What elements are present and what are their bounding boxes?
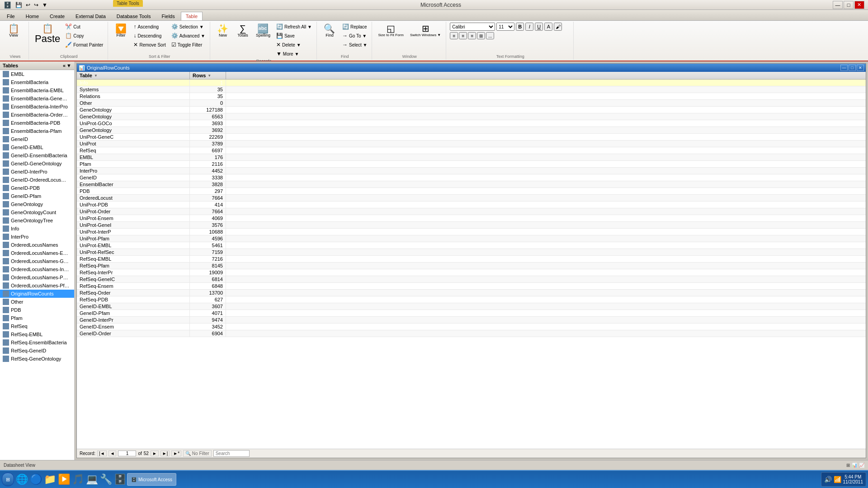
view-button[interactable]: 📋 View bbox=[5, 23, 23, 39]
select-button[interactable]: →Select ▼ bbox=[340, 41, 369, 49]
ascending-button[interactable]: ↑Ascending bbox=[132, 23, 167, 31]
table-row[interactable]: GeneID-Order6904 bbox=[77, 330, 866, 337]
sidebar-item-RefSeq-EnsemblBacteria[interactable]: RefSeq-EnsemblBacteria bbox=[0, 338, 74, 347]
view-datasheet-icon[interactable]: ⊞ bbox=[846, 463, 850, 468]
align-right-button[interactable]: ≡ bbox=[468, 32, 476, 39]
refresh-all-button[interactable]: 🔄Refresh All ▼ bbox=[274, 23, 314, 31]
table-row[interactable]: RefSeq-EMBL7216 bbox=[77, 256, 866, 263]
selection-button[interactable]: ⚙️Selection ▼ bbox=[170, 23, 207, 31]
table-row[interactable]: RefSeq6697 bbox=[77, 147, 866, 154]
replace-button[interactable]: 🔄Replace bbox=[340, 23, 369, 31]
table-row[interactable]: GeneID-EMBL3607 bbox=[77, 303, 866, 310]
paste-button[interactable]: 📋 Paste bbox=[33, 23, 62, 46]
close-button[interactable]: ✕ bbox=[854, 1, 864, 9]
table-row[interactable]: RefSeq-InterPr19009 bbox=[77, 269, 866, 276]
sidebar-item-OrderedLocusNames-Inter---[interactable]: OrderedLocusNames-Inter... bbox=[0, 265, 74, 273]
sidebar-item-EnsemblBacteria-InterPro[interactable]: EnsemblBacteria-InterPro bbox=[0, 103, 74, 111]
alternate-fill-button[interactable]: ... bbox=[486, 32, 494, 39]
table-row[interactable]: RefSeq-Order13700 bbox=[77, 290, 866, 296]
table-row[interactable]: GeneOntology6563 bbox=[77, 113, 866, 120]
goto-button[interactable]: →Go To ▼ bbox=[340, 32, 369, 40]
table-row[interactable]: Other0 bbox=[77, 100, 866, 107]
table-row[interactable]: RefSeq-Ensem6848 bbox=[77, 283, 866, 290]
taskbar-icon-music[interactable]: 🎵 bbox=[72, 474, 84, 485]
table-row[interactable]: GeneOntology127188 bbox=[77, 107, 866, 113]
sidebar-close-icon[interactable]: ▼ bbox=[66, 63, 71, 68]
sidebar-item-Pfam[interactable]: Pfam bbox=[0, 314, 74, 322]
view-pivot-icon[interactable]: 📊 bbox=[852, 463, 857, 468]
table-row[interactable]: GeneID-Ensem3452 bbox=[77, 324, 866, 330]
table-row[interactable]: UniProt-GeneI3576 bbox=[77, 222, 866, 229]
qat-redo[interactable]: ↪ bbox=[33, 1, 40, 9]
sidebar-item-GeneID-PDB[interactable]: GeneID-PDB bbox=[0, 184, 74, 192]
sidebar-item-EnsemblBacteria-Ordered---[interactable]: EnsemblBacteria-Ordered... bbox=[0, 111, 74, 119]
advanced-button[interactable]: ⚙️Advanced ▼ bbox=[170, 32, 207, 40]
taskbar-icon-tools[interactable]: 🔧 bbox=[100, 474, 112, 485]
sidebar-item-RefSeq-GeneID[interactable]: RefSeq-GeneID bbox=[0, 347, 74, 355]
sidebar-item-OriginalRowCounts[interactable]: OriginalRowCounts bbox=[0, 290, 74, 298]
sidebar-item-PDB[interactable]: PDB bbox=[0, 306, 74, 314]
sidebar-item-EnsemblBacteria-GeneOnt---[interactable]: EnsemblBacteria-GeneOnt... bbox=[0, 94, 74, 103]
new-record-button[interactable]: ✨ New bbox=[214, 23, 232, 58]
table-row[interactable]: UniProt3789 bbox=[77, 141, 866, 147]
table-row[interactable]: Systems35 bbox=[77, 86, 866, 93]
qat-save[interactable]: 💾 bbox=[14, 1, 24, 9]
taskbar-icon-folder[interactable]: 📁 bbox=[44, 474, 56, 485]
table-row[interactable]: UniProt-Pfam4596 bbox=[77, 235, 866, 242]
sidebar-item-GeneOntology[interactable]: GeneOntology bbox=[0, 200, 74, 208]
table-window-maximize[interactable]: □ bbox=[849, 65, 856, 71]
sidebar-item-OrderedLocusNames[interactable]: OrderedLocusNames bbox=[0, 241, 74, 249]
descending-button[interactable]: ↓Descending bbox=[132, 32, 167, 40]
taskbar-icon-ie[interactable]: 🔵 bbox=[30, 474, 42, 485]
sidebar-item-OrderedLocusNames-PDB[interactable]: OrderedLocusNames-PDB bbox=[0, 273, 74, 282]
taskbar-icon-media[interactable]: ▶️ bbox=[58, 474, 70, 485]
tab-database-tools[interactable]: Database Tools bbox=[112, 12, 156, 20]
sidebar-item-GeneOntologyTree[interactable]: GeneOntologyTree bbox=[0, 216, 74, 225]
tab-table[interactable]: Table bbox=[181, 12, 203, 20]
table-row[interactable]: UniProt-RefSec7159 bbox=[77, 249, 866, 256]
table-row[interactable]: RefSeq-Pfam8145 bbox=[77, 263, 866, 269]
table-row[interactable]: UniProt-EMBL5461 bbox=[77, 242, 866, 249]
align-left-button[interactable]: ≡ bbox=[450, 32, 458, 39]
italic-button[interactable]: I bbox=[525, 23, 533, 31]
table-row[interactable]: GeneOntology3692 bbox=[77, 127, 866, 134]
table-row[interactable]: UniProt-GeneC22269 bbox=[77, 134, 866, 141]
copy-button[interactable]: 📋Copy bbox=[63, 32, 105, 40]
font-color-button[interactable]: A bbox=[544, 23, 552, 31]
record-prev-button[interactable]: ◄ bbox=[108, 450, 117, 456]
sidebar-item-GeneID-InterPro[interactable]: GeneID-InterPro bbox=[0, 168, 74, 176]
sidebar-item-GeneOntologyCount[interactable]: GeneOntologyCount bbox=[0, 208, 74, 216]
sidebar-item-EnsemblBacteria[interactable]: EnsemblBacteria bbox=[0, 78, 74, 86]
table-row[interactable]: EMBL176 bbox=[77, 154, 866, 161]
bold-button[interactable]: B bbox=[516, 23, 524, 31]
sidebar-item-RefSeq[interactable]: RefSeq bbox=[0, 322, 74, 330]
align-center-button[interactable]: ≡ bbox=[459, 32, 467, 39]
underline-button[interactable]: U bbox=[535, 23, 543, 31]
taskbar-icon-chrome[interactable]: 🌐 bbox=[16, 474, 28, 485]
table-row[interactable]: Relations35 bbox=[77, 93, 866, 100]
font-size-select[interactable]: 11 bbox=[496, 23, 514, 31]
delete-button[interactable]: ✕Delete ▼ bbox=[274, 41, 314, 49]
tab-file[interactable]: File bbox=[2, 12, 20, 20]
sidebar-item-GeneID-EMBL[interactable]: GeneID-EMBL bbox=[0, 143, 74, 151]
table-row[interactable]: RefSeq-GeneIC6814 bbox=[77, 276, 866, 283]
sidebar-item-RefSeq-GeneOntology[interactable]: RefSeq-GeneOntology bbox=[0, 355, 74, 363]
table-row[interactable]: UniProt-Order7664 bbox=[77, 208, 866, 215]
table-row[interactable]: GeneID-Pfam4071 bbox=[77, 310, 866, 317]
table-row[interactable]: PDB297 bbox=[77, 188, 866, 195]
minimize-button[interactable]: — bbox=[833, 1, 843, 9]
table-row[interactable]: OrderedLocust7664 bbox=[77, 195, 866, 202]
more-button[interactable]: ▼More ▼ bbox=[274, 50, 314, 58]
search-input[interactable] bbox=[213, 450, 250, 457]
save-record-button[interactable]: 💾Save bbox=[274, 32, 314, 40]
sidebar-item-EMBL[interactable]: EMBL bbox=[0, 70, 74, 78]
taskbar-item-access[interactable]: 🗄️ Microsoft Access bbox=[127, 473, 176, 486]
view-chart-icon[interactable]: 📈 bbox=[859, 463, 864, 468]
sidebar-item-OrderedLocusNames-Gen---[interactable]: OrderedLocusNames-Gen... bbox=[0, 257, 74, 265]
switch-windows-button[interactable]: ⊞ Switch Windows ▼ bbox=[408, 23, 443, 53]
sidebar-item-EnsemblBacteria-Pfam[interactable]: EnsemblBacteria-Pfam bbox=[0, 127, 74, 135]
table-row[interactable]: UniProt-Ensem4069 bbox=[77, 215, 866, 222]
sidebar-item-OrderedLocusNames-Pfam[interactable]: OrderedLocusNames-Pfam bbox=[0, 282, 74, 290]
table-row[interactable]: GeneID3338 bbox=[77, 174, 866, 181]
record-first-button[interactable]: |◄ bbox=[97, 450, 107, 456]
